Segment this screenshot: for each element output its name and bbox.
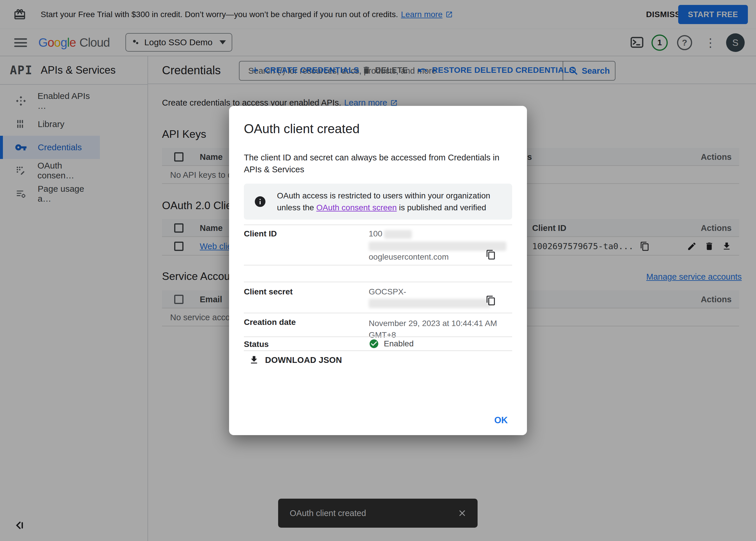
dialog-description: The client ID and secret can always be a… [244, 152, 505, 176]
client-secret-line1: GOCSPX- [369, 287, 406, 296]
info-line2-pre: unless the [277, 203, 316, 212]
ok-button[interactable]: OK [490, 413, 512, 428]
download-icon [249, 355, 259, 365]
status-label: Status [244, 340, 269, 349]
info-icon [254, 195, 267, 208]
divider [244, 313, 512, 313]
client-id-prefix: 100 [369, 229, 382, 238]
oauth-client-created-dialog: OAuth client created The client ID and s… [229, 106, 527, 435]
redacted-client-secret [369, 299, 491, 308]
divider [244, 336, 512, 337]
client-secret-label: Client secret [244, 287, 293, 296]
info-line1: OAuth access is restricted to users with… [277, 191, 490, 200]
divider [244, 265, 512, 266]
redacted-client-id [384, 230, 412, 239]
dialog-title: OAuth client created [244, 122, 360, 136]
client-id-line1: 100 [369, 229, 412, 239]
creation-date-value: November 29, 2023 at 10:44:41 AM GMT+8 [369, 318, 505, 341]
divider [244, 225, 512, 225]
info-banner: OAuth access is restricted to users with… [244, 184, 512, 220]
client-id-line3: oogleusercontent.com [369, 253, 449, 262]
status-value: Enabled [369, 338, 414, 349]
check-circle-icon [369, 338, 379, 349]
creation-date-label: Creation date [244, 318, 296, 327]
copy-icon[interactable] [486, 295, 496, 306]
download-json-button[interactable]: DOWNLOAD JSON [249, 355, 342, 365]
copy-icon[interactable] [486, 250, 496, 260]
divider [244, 350, 512, 351]
info-text: OAuth access is restricted to users with… [277, 190, 490, 214]
status-text: Enabled [384, 339, 414, 348]
gcp-console-page: Start your Free Trial with $300 in credi… [0, 0, 756, 541]
client-id-label: Client ID [244, 229, 277, 239]
oauth-consent-screen-link[interactable]: OAuth consent screen [316, 203, 397, 212]
divider [244, 282, 512, 282]
info-line2-post: is published and verified [397, 203, 486, 212]
